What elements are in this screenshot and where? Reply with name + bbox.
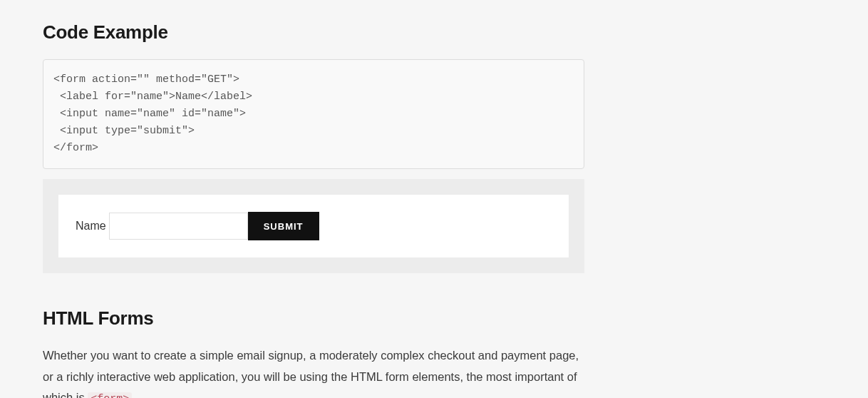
submit-button[interactable]: SUBMIT: [248, 212, 319, 240]
paragraph-text-pre: Whether you want to create a simple emai…: [43, 349, 579, 398]
form-preview-outer: NameSUBMIT: [43, 179, 584, 273]
form-preview-inner: NameSUBMIT: [58, 195, 569, 257]
paragraph-text-post: .: [132, 391, 135, 398]
heading-code-example: Code Example: [43, 21, 584, 44]
forms-intro-paragraph: Whether you want to create a simple emai…: [43, 345, 584, 398]
code-block: <form action="" method="GET"> <label for…: [43, 59, 584, 169]
name-label: Name: [76, 220, 106, 232]
inline-code-form: <form>: [88, 392, 132, 398]
heading-html-forms: HTML Forms: [43, 307, 584, 330]
name-input[interactable]: [109, 213, 248, 240]
